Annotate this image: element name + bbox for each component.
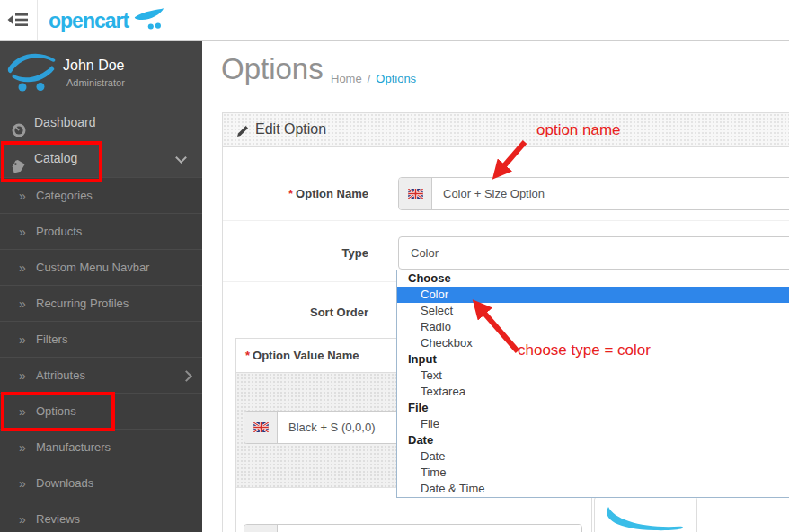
sidebar-item-downloads[interactable]: »Downloads bbox=[0, 465, 202, 501]
type-optgroup-choose: Choose bbox=[397, 270, 789, 287]
double-angle-icon: » bbox=[19, 501, 26, 532]
double-angle-icon: » bbox=[19, 178, 26, 214]
sidebar-item-options[interactable]: »Options bbox=[0, 393, 202, 430]
double-angle-icon: » bbox=[19, 394, 26, 430]
page-title: Options bbox=[221, 52, 324, 86]
type-option-color[interactable]: Color bbox=[397, 287, 789, 303]
chevron-down-icon bbox=[175, 152, 187, 164]
breadcrumb-home[interactable]: Home bbox=[331, 72, 362, 85]
sidebar-item-custom-menu-navbar[interactable]: »Custom Menu Navbar bbox=[0, 249, 202, 286]
sort-order-label: Sort Order bbox=[222, 306, 368, 319]
table-column-border bbox=[591, 496, 592, 532]
type-select[interactable]: Color bbox=[398, 236, 789, 270]
option-value-input-group-2 bbox=[244, 524, 582, 532]
cart-logo-icon bbox=[129, 7, 165, 34]
option-value-input-2[interactable] bbox=[278, 525, 581, 532]
double-angle-icon: » bbox=[19, 430, 26, 466]
double-angle-icon: » bbox=[19, 358, 26, 394]
breadcrumb-separator: / bbox=[368, 72, 371, 85]
option-value-image-thumbnail[interactable] bbox=[594, 496, 697, 532]
pencil-icon bbox=[236, 125, 249, 141]
uk-flag-icon bbox=[408, 186, 423, 202]
sidebar-item-catalog[interactable]: Catalog bbox=[0, 140, 202, 176]
type-option-select[interactable]: Select bbox=[397, 303, 789, 319]
sidebar-item-filters[interactable]: »Filters bbox=[0, 321, 202, 358]
uk-flag-icon bbox=[253, 420, 269, 436]
opencart-admin-screen: opencart John Doe Administrator Dashboar… bbox=[0, 0, 789, 532]
double-angle-icon: » bbox=[19, 466, 26, 501]
sidebar-item-dashboard[interactable]: Dashboard bbox=[0, 104, 202, 140]
double-angle-icon: » bbox=[19, 322, 26, 358]
catalog-submenu: »Categories »Products »Custom Menu Navba… bbox=[0, 177, 202, 532]
type-option-radio[interactable]: Radio bbox=[397, 319, 789, 335]
brand-text: opencart bbox=[49, 9, 129, 33]
store-logo-cart-icon bbox=[7, 50, 56, 95]
type-option-time[interactable]: Time bbox=[397, 465, 789, 481]
type-option-file[interactable]: File bbox=[397, 416, 789, 432]
language-addon bbox=[244, 412, 278, 443]
option-name-label: *Option Name bbox=[222, 187, 368, 200]
header-divider bbox=[37, 0, 38, 40]
sidebar-item-recurring-profiles[interactable]: »Recurring Profiles bbox=[0, 285, 202, 322]
type-label: Type bbox=[222, 246, 368, 260]
sidebar-item-categories[interactable]: »Categories bbox=[0, 177, 202, 214]
sidebar-item-manufacturers[interactable]: »Manufacturers bbox=[0, 429, 202, 466]
annotation-option-name: option name bbox=[536, 121, 621, 139]
annotation-choose-type: choose type = color bbox=[518, 341, 651, 359]
type-optgroup-date: Date bbox=[397, 432, 789, 448]
breadcrumb: Home / Options bbox=[331, 72, 416, 85]
menu-toggle-button[interactable] bbox=[7, 13, 29, 27]
language-addon bbox=[399, 178, 432, 209]
type-dropdown-list: Choose Color Select Radio Checkbox Input… bbox=[396, 270, 789, 498]
sidebar-item-products[interactable]: »Products bbox=[0, 213, 202, 250]
type-option-text[interactable]: Text bbox=[397, 368, 789, 384]
double-angle-icon: » bbox=[19, 214, 26, 250]
type-option-date[interactable]: Date bbox=[397, 448, 789, 465]
type-option-datetime[interactable]: Date & Time bbox=[397, 481, 789, 497]
chevron-right-icon bbox=[181, 370, 192, 382]
language-addon bbox=[244, 525, 278, 532]
outdent-icon bbox=[7, 14, 29, 30]
sidebar-item-reviews[interactable]: »Reviews bbox=[0, 501, 202, 532]
sidebar-item-attributes[interactable]: »Attributes bbox=[0, 357, 202, 394]
panel-title: Edit Option bbox=[255, 121, 326, 137]
sidebar-item-label: Catalog bbox=[34, 140, 77, 176]
type-option-textarea[interactable]: Textarea bbox=[397, 384, 789, 400]
brand-logo[interactable]: opencart bbox=[49, 7, 165, 34]
sidebar-item-label: Dashboard bbox=[34, 104, 96, 140]
double-angle-icon: » bbox=[19, 286, 26, 322]
user-role: Administrator bbox=[66, 77, 125, 88]
option-name-input-group bbox=[398, 177, 789, 210]
double-angle-icon: » bbox=[19, 250, 26, 286]
option-name-input[interactable] bbox=[432, 178, 789, 209]
cart-placeholder-swoosh-icon bbox=[600, 505, 690, 532]
divider bbox=[223, 220, 789, 221]
breadcrumb-current[interactable]: Options bbox=[376, 72, 416, 85]
type-optgroup-file: File bbox=[397, 400, 789, 416]
user-name: John Doe bbox=[63, 58, 125, 74]
